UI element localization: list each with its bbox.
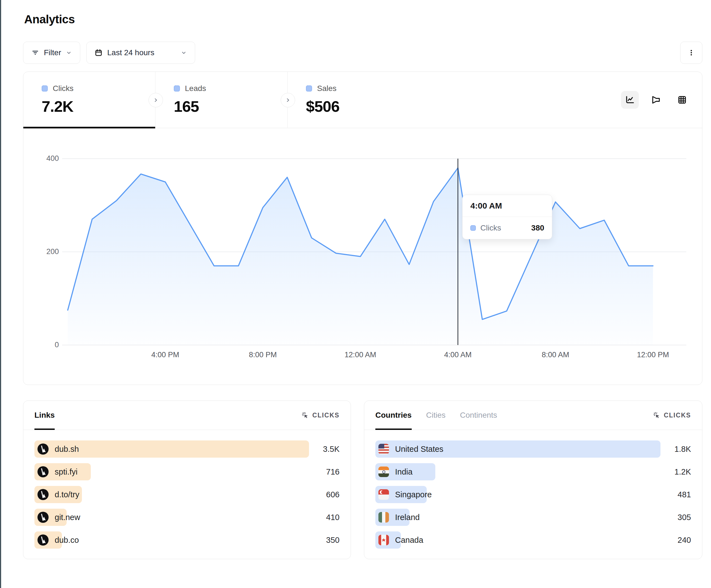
canada-flag-icon xyxy=(379,535,389,545)
links-metric[interactable]: CLICKS xyxy=(301,401,340,430)
dub-logo-icon xyxy=(38,535,48,546)
leads-legend-icon xyxy=(174,86,180,92)
calendar-icon xyxy=(94,48,103,57)
chart-canvas xyxy=(23,128,702,385)
singapore-flag-icon xyxy=(379,489,389,500)
table-grid-button[interactable] xyxy=(673,91,691,109)
sales-legend-icon xyxy=(306,86,312,92)
dub-logo-icon xyxy=(38,444,48,455)
links-panel-header: Links CLICKS xyxy=(23,401,351,430)
tab-countries[interactable]: Countries xyxy=(375,401,412,430)
tab-links[interactable]: Links xyxy=(35,401,55,430)
link-label: dub.co xyxy=(55,536,79,545)
link-clicks: 716 xyxy=(309,467,340,476)
tooltip-value: 380 xyxy=(531,224,544,232)
stats-header: Clicks 7.2K Leads 165 Sales $506 xyxy=(23,72,702,128)
dub-logo-icon xyxy=(38,489,48,500)
x-axis-tick: 4:00 PM xyxy=(151,350,179,359)
tab-sales[interactable]: Sales $506 xyxy=(288,72,424,128)
links-panel: Links CLICKS xyxy=(23,401,351,559)
x-axis-tick: 8:00 AM xyxy=(542,350,569,359)
expand-clicks-button[interactable] xyxy=(149,93,163,107)
expand-leads-button[interactable] xyxy=(281,93,295,107)
country-clicks: 240 xyxy=(661,536,691,545)
metric-label: CLICKS xyxy=(664,412,691,419)
country-label: India xyxy=(395,467,413,476)
country-label: United States xyxy=(395,445,444,454)
link-clicks: 410 xyxy=(309,513,340,522)
country-row[interactable]: Canada 240 xyxy=(375,532,691,549)
chevron-down-icon xyxy=(66,49,72,56)
y-axis-tick: 0 xyxy=(29,341,59,349)
table-grid-icon xyxy=(677,95,687,105)
link-label: git.new xyxy=(55,513,80,522)
clicks-area-chart[interactable]: 400 200 0 4:00 PM 8:00 PM 12:00 AM 4:00 … xyxy=(23,128,702,385)
country-row[interactable]: India 1.2K xyxy=(375,463,691,480)
tab-leads[interactable]: Leads 165 xyxy=(155,72,288,128)
metric-label: CLICKS xyxy=(312,412,340,419)
country-label: Singapore xyxy=(395,490,432,499)
more-options-button[interactable] xyxy=(680,42,703,64)
country-clicks: 305 xyxy=(661,513,691,522)
country-row[interactable]: Ireland 305 xyxy=(375,509,691,526)
country-label: Ireland xyxy=(395,513,420,522)
page-title: Analytics xyxy=(24,13,703,26)
tab-label: Countries xyxy=(375,411,412,420)
link-row[interactable]: dub.sh 3.5K xyxy=(35,440,340,458)
funnel-lines-icon xyxy=(31,48,39,57)
chevron-right-icon xyxy=(153,97,159,103)
link-clicks: 606 xyxy=(309,490,340,499)
link-row[interactable]: git.new 410 xyxy=(35,509,340,526)
geo-metric[interactable]: CLICKS xyxy=(653,401,691,430)
kebab-menu-icon xyxy=(687,49,695,56)
stat-label: Sales xyxy=(317,84,337,93)
clicks-legend-icon xyxy=(42,86,48,92)
tooltip-time: 4:00 AM xyxy=(462,195,552,217)
country-row[interactable]: United States 1.8K xyxy=(375,440,691,458)
ireland-flag-icon xyxy=(379,512,389,523)
breakdown-panels: Links CLICKS xyxy=(23,401,703,559)
chart-type-switcher xyxy=(621,72,702,128)
y-axis-tick: 400 xyxy=(29,154,59,163)
analytics-page: Analytics Filter Last 24 hours xyxy=(0,0,711,588)
geo-panel-header: Countries Cities Continents xyxy=(364,401,702,430)
clicks-legend-icon xyxy=(470,225,476,231)
link-clicks: 3.5K xyxy=(309,445,340,454)
x-axis-tick: 4:00 AM xyxy=(444,350,472,359)
stat-label: Leads xyxy=(185,84,206,93)
analytics-chart-card: Clicks 7.2K Leads 165 Sales $506 xyxy=(23,72,703,385)
filter-button[interactable]: Filter xyxy=(23,42,80,64)
dub-logo-icon xyxy=(38,466,48,477)
tooltip-series-label: Clicks xyxy=(480,224,501,232)
tab-cities[interactable]: Cities xyxy=(426,401,446,430)
countries-list: United States 1.8K India 1.2K xyxy=(364,430,702,560)
tab-label: Cities xyxy=(426,411,446,420)
tab-clicks[interactable]: Clicks 7.2K xyxy=(23,72,155,128)
date-range-label: Last 24 hours xyxy=(107,48,154,57)
stat-value: 7.2K xyxy=(42,97,155,115)
tab-continents[interactable]: Continents xyxy=(460,401,497,430)
cursor-click-icon xyxy=(653,411,661,419)
us-flag-icon xyxy=(379,444,389,454)
dub-logo-icon xyxy=(38,512,48,523)
link-row[interactable]: spti.fyi 716 xyxy=(35,463,340,480)
country-row[interactable]: Singapore 481 xyxy=(375,486,691,503)
link-label: dub.sh xyxy=(55,445,79,454)
link-row[interactable]: dub.co 350 xyxy=(35,532,340,549)
links-list: dub.sh 3.5K spti.fyi 716 xyxy=(23,430,351,560)
x-axis-tick: 12:00 AM xyxy=(345,350,376,359)
line-chart-button[interactable] xyxy=(621,91,639,109)
cursor-click-icon xyxy=(301,411,309,419)
geo-panel: Countries Cities Continents xyxy=(364,401,703,559)
funnel-chart-button[interactable] xyxy=(647,91,665,109)
country-label: Canada xyxy=(395,536,423,545)
stat-value: $506 xyxy=(306,97,424,115)
link-label: d.to/try xyxy=(55,490,80,499)
link-row[interactable]: d.to/try 606 xyxy=(35,486,340,503)
chevron-right-icon xyxy=(285,97,291,103)
stat-value: 165 xyxy=(174,97,287,115)
stat-label: Clicks xyxy=(53,84,73,93)
chart-tooltip: 4:00 AM Clicks 380 xyxy=(462,195,552,239)
x-axis-tick: 12:00 PM xyxy=(637,350,669,359)
date-range-button[interactable]: Last 24 hours xyxy=(86,42,195,64)
